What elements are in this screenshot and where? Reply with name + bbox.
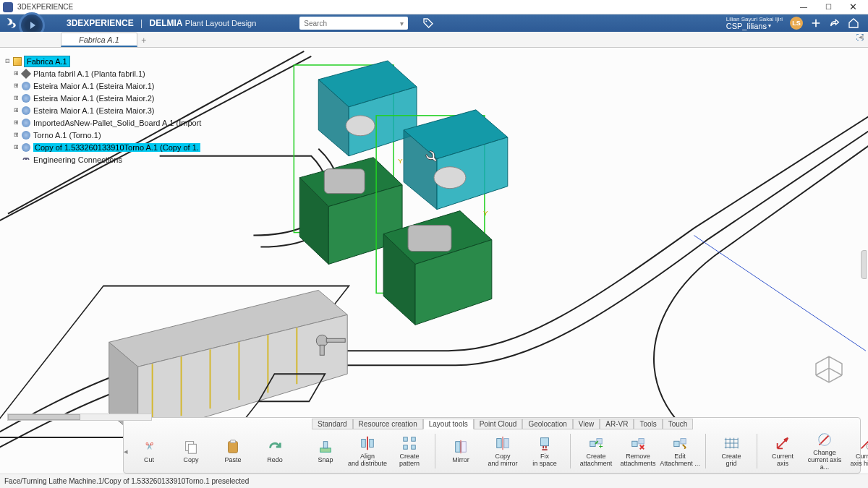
tree-item[interactable]: ·Engineering Connections [3, 153, 213, 166]
maximize-button[interactable]: ☐ [816, 0, 841, 14]
tree-root[interactable]: ⊟ Fabrica A.1 [3, 55, 213, 67]
svg-rect-54 [590, 441, 595, 446]
svg-rect-57 [632, 441, 637, 446]
cut-icon: ✂️ [140, 438, 158, 455]
tool-icon [401, 435, 418, 452]
tree-item[interactable]: ⊞Esteira Maior A.1 (Esteira Maior.3) [3, 104, 213, 116]
document-tabstrip: Fabrica A.1 + ◂| [0, 32, 868, 48]
view-compass-icon[interactable] [812, 352, 846, 387]
home-icon[interactable] [848, 17, 859, 29]
app-header: 3DEXPERIENCE | DELMIA Plant Layout Desig… [0, 14, 868, 32]
ribbon-tab-pointcloud[interactable]: Point Cloud [474, 419, 523, 429]
tool-edit[interactable]: Edit Attachment ... [659, 429, 701, 473]
minimize-button[interactable]: — [791, 0, 816, 14]
svg-rect-14 [326, 338, 345, 342]
tool-icon [629, 435, 647, 452]
search-input[interactable] [304, 20, 400, 27]
tree-item[interactable]: ⊞Esteira Maior A.1 (Esteira Maior.2) [3, 92, 213, 104]
tool-icon [494, 435, 511, 452]
avatar[interactable]: LS [790, 17, 803, 30]
user-block[interactable]: Lilian Sayuri Sakai Ijiri CSP_lilians [726, 17, 783, 30]
tree-item-selected[interactable]: ⊞Copy of 1.533260133910Torno A.1 (Copy o… [3, 141, 213, 153]
copy-button[interactable]: Copy [170, 429, 212, 473]
svg-rect-41 [323, 442, 328, 448]
tree-item[interactable]: ⊞Esteira Maior A.1 (Esteira Maior.1) [3, 80, 213, 92]
svg-rect-39 [230, 440, 235, 443]
svg-rect-37 [188, 444, 196, 453]
tool-align[interactable]: Align and distribute [346, 429, 388, 473]
ribbon-tab-touch[interactable]: Touch [663, 419, 694, 429]
tool-icon [671, 435, 689, 452]
svg-text:Y: Y [483, 209, 488, 217]
cursor-icon [425, 149, 441, 165]
ribbon-tab-view[interactable]: View [573, 419, 600, 429]
tool-mirror[interactable]: Mirror [440, 429, 482, 473]
tool-snap[interactable]: Snap [305, 429, 346, 473]
product-icon [13, 57, 22, 66]
tree-item[interactable]: ⊞ImportedAsNew-Pallet_Solid_Board A.1 (I… [3, 116, 213, 129]
ribbon-tab-geolocation[interactable]: Geolocation [522, 419, 572, 429]
main-area: Y Y ⊟ Fabrica A.1 [0, 48, 868, 474]
right-panel-handle[interactable] [861, 250, 867, 279]
tag-icon[interactable] [422, 17, 434, 29]
close-button[interactable]: ✕ [841, 0, 865, 14]
tool-icon [536, 435, 553, 452]
tool-create[interactable]: +Create attachment [575, 429, 617, 473]
window-title: 3DEXPERIENCE [17, 3, 791, 11]
restore-viewport-icon[interactable]: ⛶ [856, 33, 864, 41]
svg-rect-42 [362, 440, 366, 448]
tool-remove[interactable]: Remove attachments [617, 429, 659, 473]
paste-button[interactable]: Paste [212, 429, 254, 473]
search-box[interactable]: ▾ [299, 17, 408, 30]
ribbon-tab-standard[interactable]: Standard [312, 419, 353, 429]
ribbon-tab-resource[interactable]: Resource creation [353, 419, 423, 429]
ribbon-tab-tools[interactable]: Tools [634, 419, 662, 429]
svg-rect-58 [639, 439, 644, 444]
tool-create[interactable]: Create pattern [388, 429, 430, 473]
svg-rect-59 [674, 441, 679, 446]
tree-hscrollbar[interactable] [7, 414, 152, 421]
tool-change[interactable]: Change current axis a... [804, 429, 846, 473]
svg-text:+: + [599, 442, 603, 450]
svg-rect-46 [412, 437, 416, 442]
ds-logo-icon [4, 17, 17, 30]
svg-line-35 [694, 236, 866, 351]
tab-fabrica[interactable]: Fabrica A.1 [61, 33, 137, 47]
tool-current[interactable]: Current axis [762, 429, 804, 473]
ribbon-tab-layout[interactable]: Layout tools [423, 419, 474, 429]
svg-rect-13 [320, 345, 324, 355]
user-role: CSP_lilians [726, 22, 783, 30]
svg-point-0 [426, 20, 427, 22]
resource-icon [22, 119, 30, 127]
redo-icon [266, 438, 284, 455]
tool-copy[interactable]: Copy and mirror [482, 429, 524, 473]
user-fullname: Lilian Sayuri Sakai Ijiri [726, 17, 783, 22]
svg-rect-33 [408, 226, 451, 252]
part-icon [21, 68, 31, 78]
svg-point-32 [434, 167, 466, 189]
tree-item[interactable]: ⊞Torno A.1 (Torno.1) [3, 129, 213, 141]
add-tab-button[interactable]: + [137, 35, 150, 47]
tool-icon [723, 435, 740, 452]
ribbon-tab-arvr[interactable]: AR-VR [600, 419, 634, 429]
tool-fix[interactable]: Fix in space [524, 429, 566, 473]
svg-rect-60 [681, 439, 686, 444]
search-icon[interactable]: ▾ [400, 20, 404, 27]
add-icon[interactable] [810, 17, 822, 29]
svg-point-22 [346, 116, 375, 136]
share-icon[interactable] [829, 17, 841, 29]
svg-rect-47 [404, 445, 408, 450]
redo-button[interactable]: Redo [254, 429, 296, 473]
resource-icon [22, 94, 30, 103]
app-icon [3, 2, 13, 12]
svg-rect-43 [370, 440, 374, 448]
svg-rect-45 [404, 437, 408, 442]
tool-icon [359, 435, 376, 452]
svg-rect-40 [320, 448, 331, 453]
tool-create[interactable]: Create grid [710, 429, 752, 473]
model-tree[interactable]: ⊟ Fabrica A.1 ⊞Planta fabril A.1 (Planta… [3, 55, 213, 166]
svg-rect-53 [541, 438, 549, 446]
tree-item[interactable]: ⊞Planta fabril A.1 (Planta fabril.1) [3, 67, 213, 80]
cut-button[interactable]: ✂️Cut [128, 429, 170, 473]
tool-current[interactable]: Current axis history [846, 429, 868, 473]
